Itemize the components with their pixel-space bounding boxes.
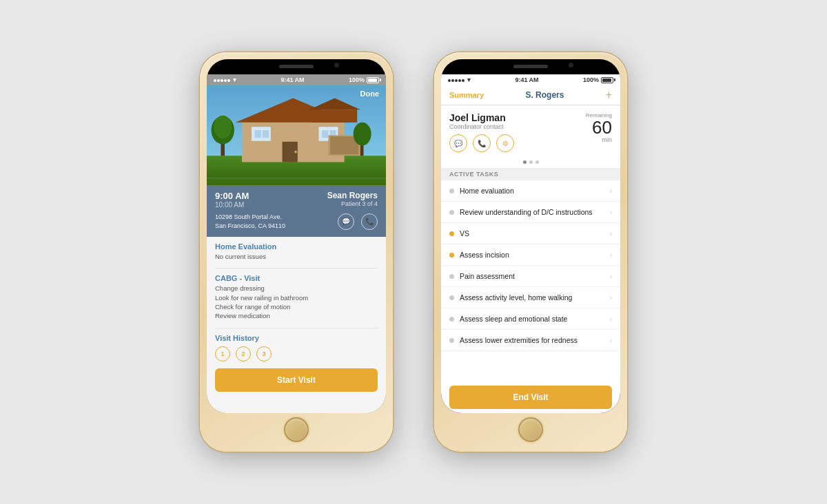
speaker-2 (513, 65, 548, 68)
cabg-title: CABG - Visit (215, 274, 378, 282)
divider-1 (215, 268, 378, 269)
task-label-8: Assess lower extremities for redness (460, 336, 610, 344)
home-evaluation-section: Home Evaluation No current issues (215, 242, 378, 261)
svg-rect-4 (312, 109, 357, 123)
svg-point-13 (294, 151, 297, 154)
svg-point-20 (354, 123, 371, 145)
address-text: 10298 South Portal Ave.San Francisco, CA… (215, 213, 285, 230)
time-sub: 10:00 AM (215, 201, 249, 209)
svg-point-18 (214, 116, 232, 138)
scene: ▾ 9:41 AM 100% (0, 0, 827, 504)
coord-role: Coordinator contact (449, 123, 586, 130)
dot-2 (529, 160, 533, 164)
phone1-screen: ▾ 9:41 AM 100% (207, 74, 386, 413)
battery-percent-1: 100% (349, 76, 365, 83)
chevron-4: › (610, 251, 612, 259)
house-image: Done (207, 85, 386, 185)
home-button-2[interactable] (518, 417, 543, 442)
task-label-7: Assess sleep and emotional state (460, 315, 610, 323)
status-bar-1: ▾ 9:41 AM 100% (207, 74, 386, 85)
home-button-1[interactable] (284, 417, 309, 442)
chevron-1: › (610, 187, 612, 195)
task-sleep-emotional[interactable]: Assess sleep and emotional state › (441, 308, 620, 330)
task-dot-1 (449, 189, 454, 193)
time-block: 9:00 AM 10:00 AM (215, 191, 249, 209)
status-time-2: 9:41 AM (515, 76, 538, 83)
remaining-block: Remaining 60 min (586, 112, 612, 143)
task-vs[interactable]: VS › (441, 223, 620, 244)
phone-icon[interactable]: 📞 (361, 213, 378, 230)
task-dot-8 (449, 338, 454, 343)
task-activity-level[interactable]: Assess activity level, home walking › (441, 287, 620, 308)
coord-message-icon[interactable]: 💬 (449, 134, 467, 152)
active-tasks-header: ACTIVE TASKS (441, 168, 620, 180)
task-dot-4 (449, 253, 454, 258)
remaining-number: 60 (586, 118, 612, 136)
battery-icon-1 (367, 77, 379, 83)
camera-2 (569, 63, 573, 67)
nav-add-button[interactable]: + (606, 90, 612, 101)
svg-rect-15 (330, 136, 358, 154)
cabg-section: CABG - Visit Change dressing Look for ne… (215, 274, 378, 320)
visit-circle-3[interactable]: 3 (256, 346, 272, 361)
message-icon[interactable]: 💬 (338, 213, 354, 230)
chevron-3: › (610, 230, 612, 238)
coord-phone-icon[interactable]: 📞 (473, 134, 491, 152)
wifi-icon: ▾ (233, 76, 236, 83)
task-label-6: Assess activity level, home walking (460, 293, 610, 302)
task-dot-2 (449, 210, 454, 215)
svg-rect-8 (263, 130, 269, 138)
task-dot-7 (449, 317, 454, 322)
cabg-text: Change dressing Look for new railing in … (215, 284, 378, 320)
task-label-4: Assess incision (460, 251, 610, 259)
divider-2 (215, 328, 378, 328)
signal-dots (214, 76, 231, 83)
coord-settings-icon[interactable]: ⚙ (496, 134, 514, 152)
tasks-list: Home evaluation › Review understanding o… (441, 180, 620, 381)
svg-rect-10 (322, 130, 328, 138)
task-dot-5 (449, 274, 454, 279)
time-main: 9:00 AM (215, 191, 249, 201)
task-label-2: Review understanding of D/C instructions (460, 208, 610, 216)
task-label-3: VS (460, 229, 610, 238)
visit-circle-2[interactable]: 2 (236, 346, 251, 361)
end-visit-button[interactable]: End Visit (449, 386, 612, 409)
task-home-evaluation[interactable]: Home evaluation › (441, 180, 620, 202)
card-content: Home Evaluation No current issues CABG -… (207, 237, 386, 413)
patient-header: 9:00 AM 10:00 AM Sean Rogers Patient 3 o… (207, 185, 386, 237)
start-visit-button[interactable]: Start Visit (215, 368, 378, 392)
patient-info: Patient 3 of 4 (327, 200, 378, 207)
patient-name: Sean Rogers (327, 191, 378, 200)
task-assess-incision[interactable]: Assess incision › (441, 244, 620, 266)
visit-circles: 1 2 3 (215, 346, 378, 361)
nav-patient-name: S. Rogers (525, 90, 564, 100)
dot-3 (535, 160, 539, 164)
status-time-1: 9:41 AM (280, 76, 304, 83)
phone2-screen: ▾ 9:41 AM 100% Summary S. Rogers + (441, 74, 620, 413)
chevron-8: › (610, 337, 612, 344)
coord-info: Joel Ligman Coordinator contact 💬 📞 ⚙ (449, 112, 586, 152)
dot-1 (523, 160, 527, 164)
coord-name: Joel Ligman (449, 112, 586, 123)
task-dc-instructions[interactable]: Review understanding of D/C instructions… (441, 202, 620, 223)
nav-summary-label[interactable]: Summary (449, 91, 484, 99)
task-pain-assessment[interactable]: Pain assessment › (441, 266, 620, 287)
chevron-2: › (610, 209, 612, 216)
home-evaluation-text: No current issues (215, 252, 378, 261)
visit-history-title: Visit History (215, 334, 378, 342)
chevron-5: › (610, 273, 612, 280)
task-label-5: Pain assessment (460, 272, 610, 280)
page-dots (441, 158, 620, 168)
battery-icon-2 (601, 77, 613, 83)
visit-circle-1[interactable]: 1 (215, 346, 230, 361)
camera (334, 63, 339, 67)
task-label-1: Home evaluation (460, 187, 610, 195)
svg-rect-7 (255, 130, 261, 138)
chevron-6: › (610, 294, 612, 302)
task-lower-extremities[interactable]: Assess lower extremities for redness › (441, 330, 620, 351)
battery-percent-2: 100% (583, 76, 599, 83)
chevron-7: › (610, 315, 612, 323)
signal-dots-2 (448, 76, 465, 83)
done-button[interactable]: Done (360, 90, 380, 98)
nav-bar: Summary S. Rogers + (441, 85, 620, 105)
